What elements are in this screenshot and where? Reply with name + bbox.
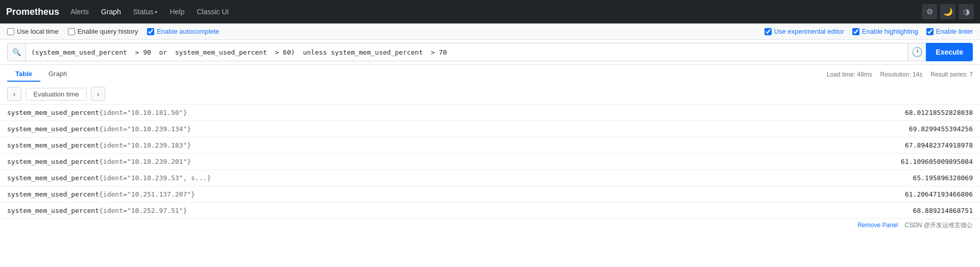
result-series: Result series: 7 [930, 71, 973, 78]
footer-attribution: CSDN @开发运维玄德公 [904, 222, 973, 229]
table-row: system_mem_used_percent{ident="10.251.13… [0, 186, 980, 203]
meta-line: Table Graph Load time: 48ms Resolution: … [0, 65, 980, 84]
results-table: system_mem_used_percent{ident="10.10.181… [0, 105, 980, 219]
page-footer: Remove Panel CSDN @开发运维玄德公 [0, 219, 980, 233]
enable-autocomplete-checkbox[interactable] [147, 28, 154, 35]
settings-button[interactable]: ⚙ [922, 4, 937, 19]
value-cell: 61.109605009895084 [689, 154, 980, 170]
navbar-right: ⚙ 🌙 ◑ [922, 4, 974, 19]
table-row: system_mem_used_percent{ident="10.10.239… [0, 154, 980, 170]
table-row: system_mem_used_percent{ident="10.252.97… [0, 203, 980, 219]
query-input[interactable] [26, 43, 907, 61]
nav-graph[interactable]: Graph [96, 0, 126, 23]
nav-status[interactable]: Status ▾ [128, 0, 163, 23]
table-row: system_mem_used_percent{ident="10.10.239… [0, 170, 980, 186]
brand: Prometheus [6, 7, 59, 17]
enable-linter-label[interactable]: Enable linter [926, 28, 973, 35]
use-local-time-label[interactable]: Use local time [7, 28, 59, 35]
value-cell: 67.89482374918978 [689, 137, 980, 154]
value-cell: 61.20647193466806 [689, 186, 980, 203]
metric-cell: system_mem_used_percent{ident="10.251.13… [0, 186, 689, 203]
dropdown-chevron-icon: ▾ [155, 9, 157, 15]
table-row: system_mem_used_percent{ident="10.10.181… [0, 105, 980, 121]
metric-cell: system_mem_used_percent{ident="10.10.239… [0, 170, 689, 186]
theme-moon-button[interactable]: 🌙 [940, 4, 955, 19]
table-row: system_mem_used_percent{ident="10.10.239… [0, 137, 980, 154]
enable-query-history-label[interactable]: Enable query history [68, 28, 138, 35]
tab-graph[interactable]: Graph [40, 67, 75, 82]
eval-next-button[interactable]: › [91, 87, 105, 101]
navbar: Prometheus Alerts Graph Status ▾ Help Cl… [0, 0, 980, 23]
metric-cell: system_mem_used_percent{ident="10.10.181… [0, 105, 689, 121]
nav-classic-ui[interactable]: Classic UI [192, 0, 234, 23]
table-row: system_mem_used_percent{ident="10.10.239… [0, 121, 980, 137]
nav-alerts[interactable]: Alerts [65, 0, 94, 23]
enable-query-history-checkbox[interactable] [68, 28, 75, 35]
value-cell: 65.195896328069 [689, 170, 980, 186]
value-cell: 68.01218552828038 [689, 105, 980, 121]
options-right: Use experimental editor Enable highlight… [764, 28, 973, 35]
metric-cell: system_mem_used_percent{ident="10.10.239… [0, 121, 689, 137]
enable-autocomplete-label[interactable]: Enable autocomplete [147, 28, 219, 35]
tab-table[interactable]: Table [7, 67, 40, 82]
enable-linter-checkbox[interactable] [926, 28, 934, 35]
enable-highlighting-checkbox[interactable] [852, 28, 859, 35]
resolution: Resolution: 14s [880, 71, 923, 78]
search-icon: 🔍 [7, 43, 26, 61]
options-bar: Use local time Enable query history Enab… [0, 23, 980, 40]
contrast-button[interactable]: ◑ [959, 4, 974, 19]
eval-time-label: Evaluation time [26, 88, 87, 101]
use-experimental-editor-label[interactable]: Use experimental editor [764, 28, 844, 35]
metric-cell: system_mem_used_percent{ident="10.10.239… [0, 154, 689, 170]
query-bar: 🔍 🕐 Execute [0, 40, 980, 65]
enable-highlighting-label[interactable]: Enable highlighting [852, 28, 918, 35]
remove-panel-link[interactable]: Remove Panel [857, 222, 898, 229]
value-cell: 68.889214868751 [689, 203, 980, 219]
nav-help[interactable]: Help [164, 0, 189, 23]
tabs: Table Graph [7, 67, 75, 82]
query-actions: 🕐 Execute [907, 43, 973, 61]
execute-button[interactable]: Execute [926, 43, 973, 61]
eval-row: ‹ Evaluation time › [0, 84, 980, 105]
use-local-time-checkbox[interactable] [7, 28, 14, 35]
metric-cell: system_mem_used_percent{ident="10.10.239… [0, 137, 689, 154]
eval-prev-button[interactable]: ‹ [7, 87, 21, 101]
load-time: Load time: 48ms [827, 71, 872, 78]
metric-cell: system_mem_used_percent{ident="10.252.97… [0, 203, 689, 219]
meta-info: Load time: 48ms Resolution: 14s Result s… [827, 71, 973, 78]
use-experimental-editor-checkbox[interactable] [764, 28, 772, 35]
value-cell: 69.8299455394256 [689, 121, 980, 137]
query-history-icon[interactable]: 🕐 [907, 43, 926, 61]
